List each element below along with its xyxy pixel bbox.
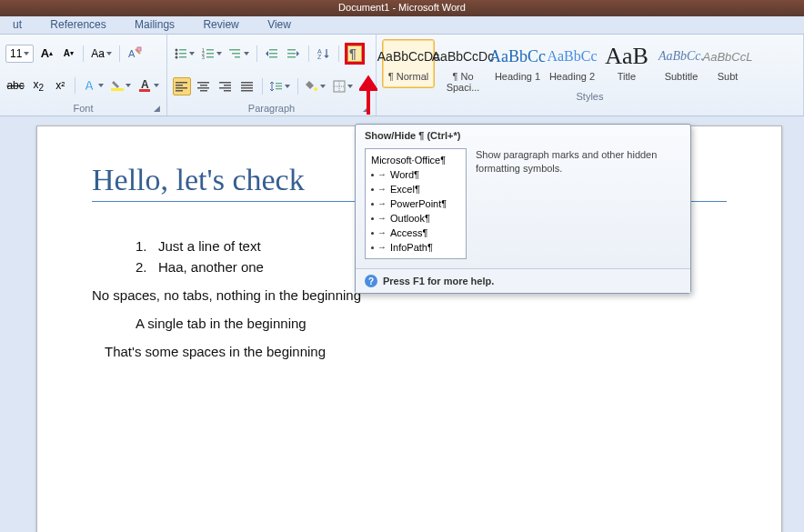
text-effects-button[interactable]: A <box>81 76 106 95</box>
style-no-spacing[interactable]: AaBbCcDc ¶ No Spaci... <box>437 39 489 88</box>
style-heading-1[interactable]: AaBbCc Heading 1 <box>491 39 544 88</box>
tab-review[interactable]: Review <box>190 16 251 33</box>
svg-rect-25 <box>287 53 296 55</box>
svg-rect-9 <box>179 53 186 55</box>
svg-rect-3 <box>111 88 124 91</box>
svg-rect-23 <box>269 56 277 58</box>
style-subtle-emphasis[interactable]: AaBbCcL Subt <box>709 39 746 88</box>
window-title: Document1 - Microsoft Word <box>338 2 466 13</box>
svg-rect-21 <box>269 49 277 51</box>
svg-rect-40 <box>219 87 231 89</box>
shrink-font-button[interactable]: A▾ <box>59 45 77 63</box>
group-font: 11 A▴ A▾ Aa A abc x2 x² A <box>0 35 167 115</box>
svg-rect-38 <box>219 82 231 84</box>
svg-rect-13 <box>206 49 214 51</box>
style-title[interactable]: AaB Title <box>600 39 653 88</box>
tooltip-description: Show paragraph marks and other hidden fo… <box>476 148 681 259</box>
bullets-button[interactable] <box>173 45 196 63</box>
svg-rect-35 <box>200 85 207 86</box>
svg-rect-20 <box>235 56 240 58</box>
title-bar: Document1 - Microsoft Word <box>0 0 804 16</box>
svg-rect-31 <box>176 85 183 86</box>
group-font-label: Font <box>5 102 161 115</box>
ribbon-tabs: ut References Mailings Review View <box>0 16 804 35</box>
style-subtitle[interactable]: AaBbCc. Subtitle <box>655 39 708 88</box>
superscript-button[interactable]: x² <box>51 76 69 95</box>
svg-text:Z: Z <box>317 54 322 60</box>
svg-text:3: 3 <box>202 55 205 60</box>
increase-indent-button[interactable] <box>285 45 303 63</box>
svg-rect-18 <box>229 49 240 51</box>
svg-rect-37 <box>200 90 207 92</box>
svg-point-49 <box>314 87 317 91</box>
style-heading-2[interactable]: AaBbCc Heading 2 <box>546 39 598 88</box>
tooltip-footer: ? Press F1 for more help. <box>356 268 690 293</box>
shading-button[interactable] <box>304 77 327 95</box>
svg-rect-36 <box>197 87 209 89</box>
sort-button[interactable]: AZ <box>315 45 333 63</box>
document-paragraph-3: That's some spaces in the beginning <box>92 344 727 359</box>
font-size-combo[interactable]: 11 <box>5 45 34 63</box>
align-right-button[interactable] <box>216 77 235 95</box>
callout-arrow-icon <box>359 73 377 116</box>
clear-formatting-button[interactable]: A <box>126 45 144 63</box>
change-case-button[interactable]: Aa <box>89 45 114 63</box>
group-styles: AaBbCcDc ¶ Normal AaBbCcDc ¶ No Spaci...… <box>377 35 804 115</box>
svg-rect-30 <box>176 82 187 84</box>
tab-mailings[interactable]: Mailings <box>122 16 187 33</box>
show-hide-tooltip: Show/Hide ¶ (Ctrl+*) Microsoft·Office¶ →… <box>355 124 691 294</box>
svg-rect-48 <box>276 88 282 89</box>
group-paragraph: 123 AZ ¶ <box>167 35 377 115</box>
justify-button[interactable] <box>238 77 256 95</box>
document-paragraph-2: A single tab in the beginning <box>92 316 727 331</box>
svg-rect-34 <box>197 82 209 84</box>
svg-point-10 <box>176 56 178 59</box>
strikethrough-button[interactable]: abc <box>5 76 25 95</box>
group-paragraph-label: Paragraph <box>173 102 370 115</box>
grow-font-button[interactable]: A▴ <box>37 45 55 63</box>
svg-rect-5 <box>139 89 150 92</box>
font-color-button[interactable]: A <box>136 76 161 95</box>
svg-point-8 <box>176 53 178 55</box>
font-dialog-launcher[interactable]: ◢ <box>154 104 165 115</box>
svg-rect-43 <box>241 85 253 86</box>
svg-text:A: A <box>128 48 136 59</box>
line-spacing-button[interactable] <box>268 77 292 95</box>
group-styles-label: Styles <box>382 90 798 103</box>
tab-view[interactable]: View <box>255 16 304 33</box>
highlight-button[interactable] <box>109 76 134 95</box>
svg-rect-42 <box>241 82 253 84</box>
svg-rect-24 <box>287 49 296 51</box>
numbering-button[interactable]: 123 <box>200 45 224 63</box>
svg-rect-19 <box>232 53 240 55</box>
svg-rect-41 <box>224 90 231 92</box>
svg-point-6 <box>176 49 178 52</box>
svg-rect-15 <box>206 53 214 55</box>
subscript-button[interactable]: x2 <box>29 76 47 95</box>
tab-references[interactable]: References <box>37 16 118 33</box>
svg-rect-47 <box>276 85 282 86</box>
font-size-value: 11 <box>10 47 22 60</box>
show-hide-paragraph-button[interactable]: ¶ <box>345 43 365 65</box>
help-icon: ? <box>365 275 377 287</box>
borders-button[interactable] <box>331 77 355 95</box>
tab-layout[interactable]: ut <box>0 16 35 33</box>
align-center-button[interactable] <box>195 77 213 95</box>
svg-text:A: A <box>85 78 94 93</box>
svg-rect-46 <box>276 83 282 84</box>
tooltip-example-box: Microsoft·Office¶ →Word¶ →Excel¶ →PowerP… <box>365 148 467 259</box>
svg-rect-44 <box>241 87 253 89</box>
svg-rect-7 <box>179 49 186 51</box>
svg-rect-22 <box>269 53 277 55</box>
svg-rect-26 <box>287 56 296 58</box>
svg-rect-17 <box>206 56 214 58</box>
style-normal[interactable]: AaBbCcDc ¶ Normal <box>382 39 435 88</box>
align-left-button[interactable] <box>173 77 191 95</box>
ribbon: 11 A▴ A▾ Aa A abc x2 x² A <box>0 35 804 116</box>
multilevel-list-button[interactable] <box>227 45 251 63</box>
svg-text:¶: ¶ <box>349 46 357 61</box>
decrease-indent-button[interactable] <box>263 45 281 63</box>
svg-rect-33 <box>176 90 183 92</box>
svg-rect-1 <box>137 47 141 51</box>
svg-rect-32 <box>176 87 187 89</box>
